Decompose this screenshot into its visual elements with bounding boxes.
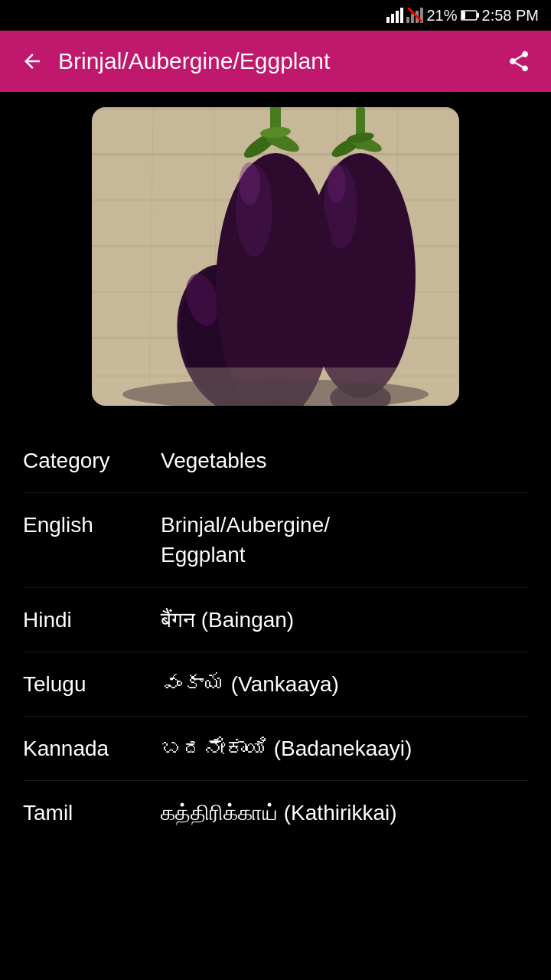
info-row-telugu: Telugu వంకాయ (Vankaaya) — [23, 652, 528, 717]
signal-cross-icon — [406, 8, 423, 23]
status-icons: 21% 2:58 PM — [386, 7, 539, 24]
value-english: Brinjal/Aubergine/Eggplant — [161, 510, 528, 570]
svg-point-42 — [239, 162, 260, 205]
svg-rect-4 — [406, 17, 409, 23]
battery-percent: 21% — [426, 7, 457, 24]
info-table: Category Vegetables English Brinjal/Aube… — [0, 421, 551, 867]
info-row-kannada: Kannada ಬದನೇಕಾಯಿ (Badanekaayi) — [23, 717, 528, 781]
label-telugu: Telugu — [23, 669, 161, 699]
info-row-category: Category Vegetables — [23, 429, 528, 493]
svg-line-8 — [408, 8, 422, 21]
svg-rect-10 — [477, 13, 479, 18]
label-hindi: Hindi — [23, 605, 161, 635]
svg-rect-3 — [400, 8, 403, 23]
back-arrow-icon — [21, 50, 44, 73]
signal-icon — [386, 8, 403, 23]
share-icon — [507, 49, 531, 74]
info-row-hindi: Hindi बैंगन (Baingan) — [23, 588, 528, 652]
share-button[interactable] — [502, 44, 536, 78]
svg-point-34 — [328, 165, 346, 203]
eggplant-image — [92, 107, 459, 406]
image-container — [0, 92, 551, 421]
label-english: English — [23, 510, 161, 540]
value-telugu: వంకాయ (Vankaaya) — [161, 669, 528, 699]
svg-rect-2 — [396, 11, 399, 23]
value-tamil: கத்திரிக்காய் (Kathirikkai) — [161, 798, 528, 828]
label-kannada: Kannada — [23, 733, 161, 763]
label-tamil: Tamil — [23, 798, 161, 828]
time-display: 2:58 PM — [482, 7, 539, 24]
battery-icon — [461, 9, 479, 21]
svg-rect-0 — [386, 17, 390, 23]
toolbar: Brinjal/Aubergine/Eggplant — [0, 31, 551, 92]
value-category: Vegetables — [161, 446, 528, 475]
info-row-english: English Brinjal/Aubergine/Eggplant — [23, 493, 528, 587]
page-title: Brinjal/Aubergine/Eggplant — [58, 48, 502, 74]
info-row-tamil: Tamil கத்திரிக்காய் (Kathirikkai) — [23, 781, 528, 844]
value-kannada: ಬದನೇಕಾಯಿ (Badanekaayi) — [161, 733, 528, 763]
svg-rect-45 — [92, 368, 459, 406]
svg-rect-1 — [391, 14, 394, 23]
svg-rect-11 — [461, 11, 465, 19]
back-button[interactable] — [15, 44, 49, 78]
svg-rect-5 — [411, 14, 414, 23]
value-hindi: बैंगन (Baingan) — [161, 605, 528, 635]
status-bar: 21% 2:58 PM — [0, 0, 551, 31]
label-category: Category — [23, 446, 161, 475]
